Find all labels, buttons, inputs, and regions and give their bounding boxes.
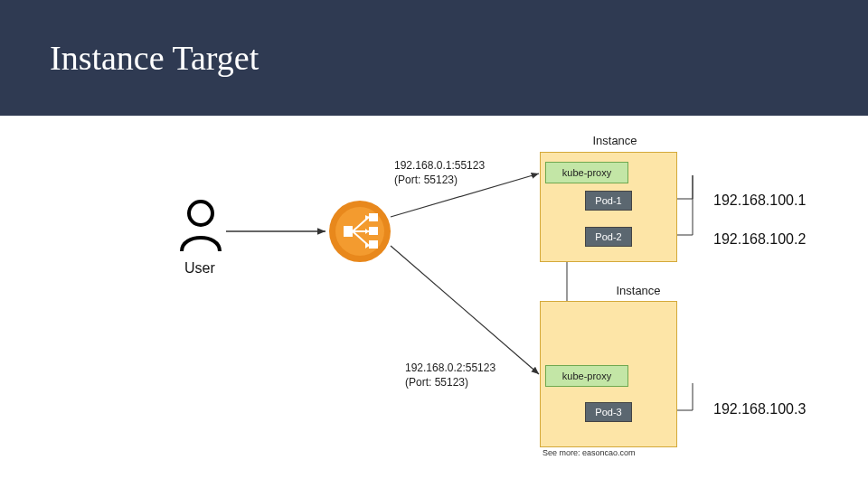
svg-rect-6	[344, 226, 353, 237]
route-addr-2: 192.168.0.2:55123	[405, 361, 495, 374]
svg-rect-7	[369, 213, 378, 221]
route-port-1: (Port: 55123)	[394, 174, 458, 186]
slide-header: Instance Target	[0, 0, 868, 116]
pod-1: Pod-1	[585, 191, 632, 211]
svg-rect-8	[369, 227, 378, 235]
pod-ip-1: 192.168.100.1	[713, 192, 806, 209]
route-port-2: (Port: 55123)	[405, 376, 468, 389]
pod-2: Pod-2	[585, 227, 632, 247]
svg-rect-9	[369, 240, 378, 249]
pod-ip-2: 192.168.100.2	[713, 231, 806, 248]
svg-point-3	[189, 202, 212, 225]
instance-label-1: Instance	[561, 134, 669, 147]
pod-ip-3: 192.168.100.3	[713, 401, 806, 418]
page-title: Instance Target	[50, 38, 259, 78]
route-label-2: 192.168.0.2:55123 (Port: 55123)	[405, 361, 495, 389]
kube-proxy-1: kube-proxy	[545, 162, 628, 183]
user-label: User	[184, 260, 215, 277]
pod-3: Pod-3	[585, 402, 632, 422]
svg-line-2	[391, 246, 539, 374]
kube-proxy-2: kube-proxy	[545, 365, 628, 387]
diagram-canvas: User 192.168.0.1:55123 (Port: 55123) 192…	[0, 116, 868, 488]
footnote: See more: easoncao.com	[542, 448, 636, 457]
instance-label-2: Instance	[584, 284, 693, 297]
route-label-1: 192.168.0.1:55123 (Port: 55123)	[394, 159, 485, 187]
route-addr-1: 192.168.0.1:55123	[394, 159, 485, 172]
